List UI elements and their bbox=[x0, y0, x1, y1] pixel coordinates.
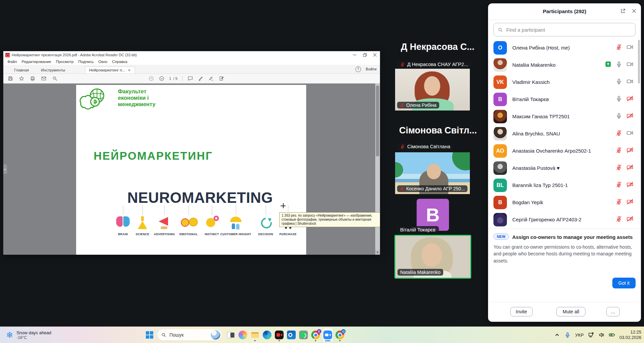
mic-icon[interactable] bbox=[616, 78, 622, 86]
camera-icon[interactable] bbox=[626, 61, 634, 69]
participant-row[interactable]: Максим Ганаза ТРТ2501 bbox=[488, 108, 638, 125]
taskbar-icon-zoom[interactable] bbox=[323, 328, 333, 342]
taskbar-icon-edge[interactable] bbox=[262, 328, 272, 342]
mic-icon[interactable] bbox=[616, 113, 622, 120]
camera-off-icon[interactable] bbox=[626, 216, 634, 223]
sign-in-button[interactable]: Войти bbox=[366, 67, 377, 71]
page-current[interactable]: 1 bbox=[169, 76, 171, 81]
mic-muted-icon[interactable] bbox=[616, 130, 622, 137]
taskbar-search-input[interactable] bbox=[169, 332, 204, 338]
camera-icon[interactable] bbox=[626, 130, 634, 137]
email-icon[interactable] bbox=[41, 76, 46, 82]
search-icon[interactable] bbox=[52, 76, 58, 82]
taskbar-icon-task-view[interactable] bbox=[226, 328, 236, 342]
more-options-button[interactable]: … bbox=[606, 307, 620, 316]
menu-item[interactable]: Редактирование bbox=[20, 60, 53, 64]
tab-Инструменты[interactable]: Инструменты bbox=[35, 67, 71, 73]
menu-item[interactable]: Окно bbox=[96, 60, 109, 64]
participant-row[interactable]: Alina Brychko, SNAU bbox=[488, 125, 638, 142]
close-panel-icon[interactable] bbox=[631, 8, 637, 15]
camera-off-icon[interactable] bbox=[626, 95, 634, 103]
mic-muted-icon[interactable] bbox=[616, 147, 622, 155]
tab-label: Нейромаркетинг п... bbox=[89, 68, 125, 72]
mic-icon[interactable] bbox=[616, 61, 622, 69]
sign-icon[interactable] bbox=[208, 76, 214, 82]
participant-row[interactable]: VKVladimir Kassich bbox=[488, 73, 638, 91]
video-tile-nataliia[interactable]: Nataliia Makarenko bbox=[394, 235, 471, 279]
screen-share-icon[interactable] bbox=[605, 61, 611, 69]
taskbar-icon-outlook[interactable] bbox=[286, 328, 296, 342]
camera-off-icon[interactable] bbox=[626, 164, 634, 172]
participant-row[interactable]: Anastasiia Pustovà ♥ bbox=[488, 159, 638, 177]
mic-muted-icon[interactable] bbox=[616, 216, 622, 223]
participant-row[interactable]: BBogdan Yepik bbox=[488, 194, 638, 211]
weather-widget[interactable]: ❄ Snow days ahead -16°C bbox=[6, 327, 51, 343]
mic-icon[interactable] bbox=[616, 95, 622, 103]
got-it-button[interactable]: Got it bbox=[612, 278, 636, 288]
speaker-icon[interactable] bbox=[599, 332, 605, 338]
video-tile-kosenko[interactable]: Косенко Данило АГР 250... bbox=[395, 152, 470, 194]
minimize-icon[interactable] bbox=[350, 51, 360, 59]
fill-sign-icon[interactable] bbox=[219, 76, 224, 82]
taskbar-search[interactable] bbox=[157, 329, 222, 341]
camera-off-icon[interactable] bbox=[626, 198, 634, 206]
save-icon[interactable] bbox=[7, 76, 13, 82]
participant-row[interactable]: Nataliia Makarenko bbox=[488, 56, 638, 73]
connector-line bbox=[189, 206, 189, 215]
participant-search-input[interactable] bbox=[506, 27, 631, 33]
pop-out-icon[interactable] bbox=[620, 8, 626, 15]
highlight-icon[interactable] bbox=[198, 76, 203, 82]
display-icon[interactable] bbox=[588, 332, 594, 338]
camera-icon[interactable] bbox=[626, 44, 634, 52]
taskbar-icon-file-explorer[interactable] bbox=[250, 328, 260, 342]
nav-pane-handle[interactable] bbox=[3, 164, 7, 174]
panel-scrollbar-thumb[interactable] bbox=[638, 40, 640, 84]
mic-muted-icon[interactable] bbox=[616, 181, 622, 189]
page-up-icon[interactable] bbox=[148, 76, 154, 82]
camera-off-icon[interactable] bbox=[626, 113, 634, 120]
clock[interactable]: 12:25 03.02.2026 bbox=[619, 330, 641, 340]
help-icon[interactable] bbox=[355, 66, 361, 72]
chevron-up-icon[interactable] bbox=[554, 332, 560, 338]
video-tile-olena[interactable]: Олена Рибіна bbox=[395, 69, 470, 111]
print-icon[interactable] bbox=[30, 76, 35, 82]
comment-icon[interactable] bbox=[187, 76, 193, 82]
camera-icon[interactable] bbox=[626, 78, 634, 86]
tray-microphone-icon[interactable] bbox=[565, 332, 571, 338]
document-scrollbar[interactable] bbox=[375, 84, 380, 255]
participant-row[interactable]: BLBarannik liza Typ 2501-1 bbox=[488, 177, 638, 194]
mic-muted-icon[interactable] bbox=[616, 198, 622, 206]
favorite-star-icon[interactable] bbox=[19, 76, 24, 82]
page-down-icon[interactable] bbox=[159, 76, 164, 82]
camera-off-icon[interactable] bbox=[626, 147, 634, 155]
tab-document[interactable]: Нейромаркетинг п...✕ bbox=[85, 66, 135, 73]
mic-muted-icon[interactable] bbox=[616, 164, 622, 172]
language-indicator[interactable]: УКР bbox=[575, 333, 583, 338]
scroll-down-icon[interactable] bbox=[375, 250, 380, 255]
mic-muted-icon[interactable] bbox=[616, 44, 622, 52]
menu-item[interactable]: Справка bbox=[110, 60, 129, 64]
participant-row[interactable]: OОлена Рибіна (Host, me) bbox=[488, 39, 638, 56]
menu-item[interactable]: Файл bbox=[5, 60, 19, 64]
participant-search[interactable] bbox=[493, 23, 636, 36]
invite-button[interactable]: Invite bbox=[510, 307, 533, 316]
taskbar-icon-copilot[interactable] bbox=[238, 328, 248, 342]
battery-icon[interactable] bbox=[609, 332, 615, 338]
close-icon[interactable] bbox=[370, 51, 380, 59]
participant-row[interactable]: AOAnastasia Ovcharenko Агро2502-1 bbox=[488, 142, 638, 159]
scrollbar-thumb[interactable] bbox=[376, 86, 379, 156]
restore-icon[interactable] bbox=[360, 51, 370, 59]
menu-item[interactable]: Просмотр bbox=[54, 60, 76, 64]
camera-off-icon[interactable] bbox=[626, 181, 634, 189]
taskbar-icon-whatsapp[interactable] bbox=[298, 328, 309, 342]
participant-row[interactable]: BВіталій Токарєв bbox=[488, 91, 638, 108]
taskbar-icon-screen-recorder[interactable] bbox=[274, 328, 284, 342]
tab-Главная[interactable]: Главная bbox=[8, 67, 35, 73]
menu-item[interactable]: Подпись bbox=[76, 60, 96, 64]
start-button[interactable] bbox=[146, 331, 153, 339]
tab-close-icon[interactable]: ✕ bbox=[128, 68, 131, 72]
taskbar-icon-chrome[interactable]: O bbox=[335, 328, 345, 342]
mute-all-button[interactable]: Mute all bbox=[556, 307, 585, 316]
taskbar-icon-chrome[interactable]: E bbox=[311, 328, 321, 342]
participant-row[interactable]: Сергій Григоренко АГР2403-2 bbox=[488, 211, 638, 228]
